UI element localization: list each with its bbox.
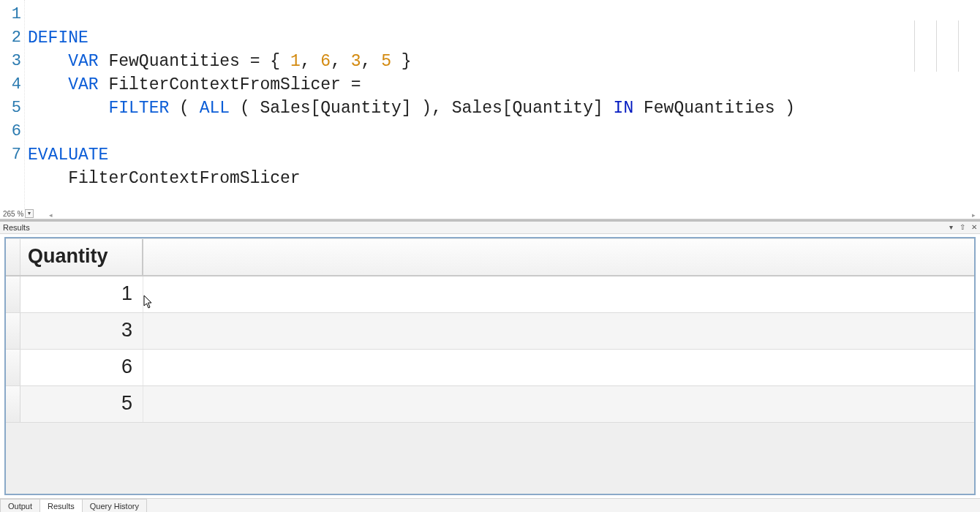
results-header-row: Quantity [6, 238, 974, 276]
row-handle[interactable] [6, 276, 20, 312]
kw-all: ALL [200, 99, 230, 118]
editor-horizontal-scrollbar[interactable]: ◂ ▸ [47, 211, 977, 219]
tab-results[interactable]: Results [39, 499, 83, 512]
column-header-quantity[interactable]: Quantity [20, 239, 143, 275]
kw-evaluate: EVALUATE [28, 146, 108, 165]
kw-var: VAR [68, 52, 98, 71]
kw-define: DEFINE [28, 29, 88, 48]
kw-in: IN [614, 99, 634, 118]
row-handle[interactable] [6, 350, 20, 385]
line-number: 7 [0, 143, 24, 167]
scroll-left-icon[interactable]: ◂ [47, 211, 54, 219]
line-number: 5 [0, 97, 24, 120]
cell-quantity: 6 [20, 350, 143, 385]
line-number: 2 [0, 26, 24, 50]
row-handle[interactable] [6, 313, 20, 349]
cell-quantity: 1 [20, 276, 143, 312]
cell-quantity: 3 [20, 313, 143, 349]
line-number: 1 [0, 3, 24, 26]
bottom-tab-strip: Output Results Query History [0, 498, 980, 512]
results-panel-titlebar: Results ▾ ⇧ ✕ [0, 222, 980, 234]
panel-menu-icon[interactable]: ▾ [946, 223, 955, 232]
code-area[interactable]: DEFINE VAR FewQuantities = { 1, 6, 3, 5 … [25, 0, 980, 209]
results-panel: Results ▾ ⇧ ✕ Quantity 1 [0, 222, 980, 498]
results-panel-title: Results [3, 222, 30, 233]
line-number: 3 [0, 50, 24, 73]
tab-query-history[interactable]: Query History [82, 499, 147, 512]
grid-empty-area [6, 423, 974, 494]
zoom-dropdown-button[interactable]: ▾ [25, 209, 34, 218]
table-row[interactable]: 5 [6, 386, 974, 423]
table-row[interactable]: 6 [6, 350, 974, 386]
panel-pin-icon[interactable]: ⇧ [958, 223, 967, 232]
kw-var: VAR [68, 75, 98, 94]
table-row[interactable]: 1 [6, 276, 974, 313]
line-number-gutter: 1 2 3 4 5 6 7 [0, 0, 25, 209]
line-number: 4 [0, 73, 24, 97]
code-editor[interactable]: 1 2 3 4 5 6 7 DEFINE VAR FewQuantities =… [0, 0, 980, 219]
kw-filter: FILTER [108, 99, 169, 118]
row-handle[interactable] [6, 386, 20, 422]
tab-output[interactable]: Output [0, 499, 40, 512]
results-grid[interactable]: Quantity 1 3 6 [4, 237, 976, 495]
panel-close-icon[interactable]: ✕ [970, 223, 979, 232]
table-row[interactable]: 3 [6, 313, 974, 350]
zoom-level: 265 % [3, 210, 23, 218]
cell-quantity: 5 [20, 386, 143, 422]
line-number: 6 [0, 120, 24, 143]
scroll-right-icon[interactable]: ▸ [970, 211, 977, 219]
row-handle [6, 239, 20, 275]
